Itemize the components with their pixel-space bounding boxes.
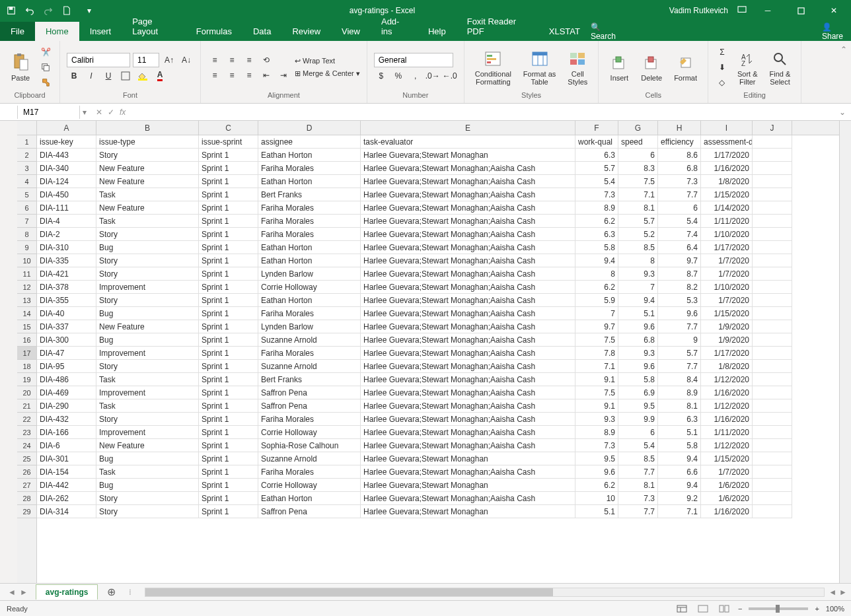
cell[interactable]: Harlee Guevara;Stewart Monaghan;Aaisha C…: [361, 465, 575, 479]
cell[interactable]: Harlee Guevara;Stewart Monaghan;Aaisha C…: [361, 175, 575, 188]
new-icon[interactable]: [61, 5, 73, 17]
copy-icon[interactable]: [38, 61, 53, 74]
cell[interactable]: Lynden Barlow: [258, 267, 361, 281]
cell[interactable]: [753, 149, 792, 162]
cell[interactable]: Harlee Guevara;Stewart Monaghan: [361, 479, 575, 492]
row-header[interactable]: 27: [17, 479, 36, 492]
cell[interactable]: 7.1: [618, 188, 658, 201]
cell[interactable]: 6.4: [658, 241, 701, 254]
cell[interactable]: 5.2: [618, 228, 658, 241]
cell[interactable]: Sprint 1: [199, 267, 258, 281]
cell[interactable]: Bert Franks: [258, 188, 361, 201]
cell[interactable]: 1/10/2020: [701, 281, 753, 294]
cell[interactable]: Improvement: [96, 281, 199, 294]
cell-grid[interactable]: issue-keyissue-typeissue-sprintassigneet…: [37, 135, 839, 518]
row-header[interactable]: 10: [17, 254, 36, 267]
orientation-icon[interactable]: ⟲: [259, 53, 274, 67]
cell[interactable]: [753, 201, 792, 215]
cell[interactable]: 5.4: [618, 439, 658, 452]
cell[interactable]: 1/11/2020: [701, 215, 753, 228]
underline-button[interactable]: U: [101, 69, 116, 83]
cell[interactable]: 8.9: [575, 426, 618, 439]
paste-button[interactable]: Paste: [7, 52, 34, 83]
ribbon-display-icon[interactable]: [737, 6, 747, 16]
cell[interactable]: 7.5: [575, 386, 618, 399]
cell[interactable]: Corrie Holloway: [258, 479, 361, 492]
new-sheet-button[interactable]: ⊕: [98, 583, 125, 601]
cell[interactable]: Harlee Guevara;Stewart Monaghan;Aaisha C…: [361, 254, 575, 267]
expand-formula-icon[interactable]: ⌄: [834, 108, 851, 117]
cell[interactable]: [753, 188, 792, 201]
cell[interactable]: DIA-2: [37, 228, 96, 241]
cell[interactable]: 5.7: [618, 215, 658, 228]
cell[interactable]: DIA-111: [37, 201, 96, 215]
cell[interactable]: Corrie Holloway: [258, 426, 361, 439]
cell[interactable]: Story: [96, 149, 199, 162]
row-header[interactable]: 2: [17, 149, 36, 162]
cell[interactable]: Sprint 1: [199, 439, 258, 452]
cell[interactable]: DIA-378: [37, 281, 96, 294]
cell[interactable]: Harlee Guevara;Stewart Monaghan;Aaisha C…: [361, 426, 575, 439]
cell[interactable]: 5.8: [658, 439, 701, 452]
cell[interactable]: Eathan Horton: [258, 241, 361, 254]
cell[interactable]: 9.6: [658, 307, 701, 320]
qat-customize-icon[interactable]: ▾: [83, 5, 95, 17]
cell[interactable]: 5.3: [658, 294, 701, 307]
cell[interactable]: Eathan Horton: [258, 175, 361, 188]
cell[interactable]: 8: [618, 254, 658, 267]
user-name[interactable]: Vadim Rutkevich: [669, 6, 728, 15]
cell[interactable]: 5.9: [575, 294, 618, 307]
collapse-ribbon-icon[interactable]: ⌃: [840, 45, 847, 54]
conditional-formatting-button[interactable]: Conditional Formatting: [471, 48, 515, 87]
cell[interactable]: Sprint 1: [199, 281, 258, 294]
align-right-icon[interactable]: ≡: [242, 69, 256, 82]
cell[interactable]: Sprint 1: [199, 175, 258, 188]
cell[interactable]: Sprint 1: [199, 162, 258, 175]
cell[interactable]: Sprint 1: [199, 399, 258, 413]
tab-data[interactable]: Data: [242, 22, 281, 41]
font-name-select[interactable]: [67, 53, 130, 67]
cell[interactable]: Bug: [96, 479, 199, 492]
zoom-out-button[interactable]: −: [738, 605, 742, 613]
cell[interactable]: 1/12/2020: [701, 399, 753, 413]
cell[interactable]: 9.4: [658, 452, 701, 465]
cell[interactable]: issue-sprint: [199, 135, 258, 149]
cell[interactable]: Sprint 1: [199, 241, 258, 254]
cell[interactable]: DIA-337: [37, 320, 96, 333]
increase-indent-icon[interactable]: ⇥: [276, 69, 291, 82]
cell[interactable]: efficiency: [658, 135, 701, 149]
cell[interactable]: 9.1: [575, 399, 618, 413]
cell[interactable]: 7: [618, 281, 658, 294]
cell[interactable]: [753, 492, 792, 505]
share-button[interactable]: 👤 Share: [822, 22, 843, 41]
cell[interactable]: 8.9: [658, 386, 701, 399]
row-header[interactable]: 7: [17, 215, 36, 228]
cell[interactable]: issue-type: [96, 135, 199, 149]
cell[interactable]: Sprint 1: [199, 492, 258, 505]
cell[interactable]: 9.6: [618, 320, 658, 333]
cell[interactable]: Harlee Guevara;Stewart Monaghan;Aaisha C…: [361, 333, 575, 347]
cell[interactable]: 1/16/2020: [701, 413, 753, 426]
cell[interactable]: Sprint 1: [199, 294, 258, 307]
cell[interactable]: [753, 373, 792, 386]
cell-styles-button[interactable]: Cell Styles: [564, 48, 591, 87]
cell[interactable]: 7: [575, 307, 618, 320]
cell[interactable]: 5.7: [575, 162, 618, 175]
cell[interactable]: 5.7: [658, 347, 701, 360]
cell[interactable]: New Feature: [96, 439, 199, 452]
tab-file[interactable]: File: [0, 22, 35, 41]
cell[interactable]: 9.3: [575, 413, 618, 426]
cell[interactable]: Improvement: [96, 426, 199, 439]
cell[interactable]: 8.9: [575, 201, 618, 215]
col-header-I[interactable]: I: [701, 121, 753, 135]
tell-me-search[interactable]: 🔍 Search: [591, 22, 616, 41]
cell[interactable]: 9.7: [575, 320, 618, 333]
cell[interactable]: Sprint 1: [199, 201, 258, 215]
cell[interactable]: DIA-300: [37, 333, 96, 347]
cell[interactable]: 1/9/2020: [701, 333, 753, 347]
cell[interactable]: Harlee Guevara;Stewart Monaghan;Aaisha C…: [361, 373, 575, 386]
cell[interactable]: 7.7: [658, 188, 701, 201]
cell[interactable]: DIA-355: [37, 294, 96, 307]
cell[interactable]: Sprint 1: [199, 386, 258, 399]
tab-home[interactable]: Home: [35, 22, 79, 41]
